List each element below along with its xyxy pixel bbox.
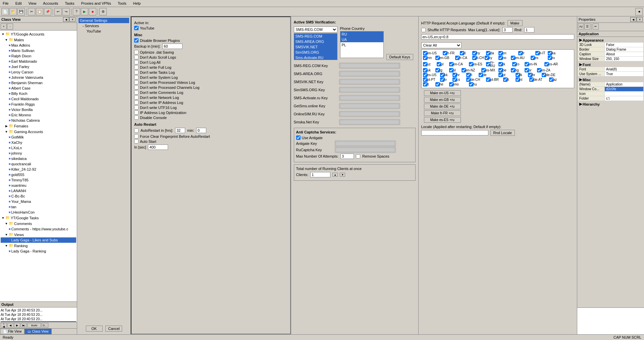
sms-area-key-input[interactable] — [339, 71, 400, 76]
list-item[interactable]: ■Killer_24-12-92 — [1, 167, 76, 172]
paste-btn[interactable]: 📌 — [44, 8, 51, 15]
expand-accounts[interactable]: ▼ — [1, 33, 5, 36]
list-item[interactable]: ■quoctrancali — [1, 161, 76, 167]
lang-en-in-cb[interactable] — [525, 62, 529, 66]
output-prev-btn[interactable]: ◀ — [7, 323, 13, 328]
lang-ky-cb[interactable] — [485, 56, 489, 60]
output-build-btn[interactable]: Build — [28, 323, 41, 328]
list-item[interactable]: ■Johnnie Valenzuela — [1, 75, 76, 80]
lang-fr-ca-cb[interactable] — [455, 56, 460, 60]
lang-en-cb[interactable] — [498, 51, 503, 55]
dont-write-processed-channels-checkbox[interactable] — [134, 85, 139, 90]
list-item[interactable]: ■Joel Farley — [1, 64, 76, 69]
lang-imo-cb[interactable] — [449, 82, 453, 87]
menu-tools[interactable]: Tools — [116, 1, 128, 6]
lang-fi-cb[interactable] — [466, 73, 471, 77]
lang-tg-cb[interactable] — [435, 68, 440, 72]
auto-restart-min-input[interactable] — [196, 128, 206, 133]
props-cat-btn[interactable]: ☰ — [584, 23, 590, 30]
menu-edit[interactable]: Edit — [14, 1, 23, 6]
list-item[interactable]: ■Benjamin Sherman — [1, 80, 76, 86]
lang-lt-cb[interactable] — [503, 77, 507, 82]
dont-write-comments-checkbox[interactable] — [134, 90, 139, 95]
lang-de-de-cb[interactable] — [542, 73, 546, 77]
youtube-checkbox[interactable] — [134, 26, 139, 30]
max-attempts-input[interactable] — [340, 154, 354, 159]
output-first-btn[interactable]: |◀ — [1, 323, 7, 328]
help-btn[interactable]: ? — [73, 8, 80, 15]
list-item[interactable]: ■LHeoHamCon — [1, 210, 76, 215]
lang-lk-cb[interactable] — [516, 73, 520, 77]
list-item-lady-gaga-likes[interactable]: ■Lady Gaga - Likes and Subs — [1, 237, 76, 243]
in-sec-input[interactable] — [148, 145, 168, 150]
lang-en-ca-cb[interactable] — [449, 62, 453, 66]
lang-he-cb[interactable] — [435, 82, 440, 87]
list-item[interactable]: ■Max Adkins — [1, 43, 76, 48]
list-item[interactable]: ■Earl Maldonado — [1, 59, 76, 64]
lang-en-au-cb[interactable] — [511, 56, 515, 60]
phone-item-pl[interactable]: PL — [340, 42, 383, 48]
rucaptcha-key-input[interactable] — [335, 147, 395, 153]
lang-hy-cb[interactable] — [472, 51, 477, 55]
make-en-gb-ru-btn[interactable]: Make en-GB +ru — [424, 97, 461, 103]
tree-root-accounts[interactable]: ▼ 📁 YT/Google Accounts — [1, 31, 76, 37]
output-last-btn[interactable]: ▶| — [21, 323, 27, 328]
lang-it-ch-cb[interactable] — [472, 56, 477, 60]
props-alpha-btn[interactable]: Az — [578, 23, 584, 30]
ok-button[interactable]: OK — [86, 326, 103, 332]
list-item[interactable]: ■Ralph Dixon — [1, 53, 76, 59]
make-fr-fr-ru-btn[interactable]: Make fr-FR +ru — [424, 110, 461, 116]
getsms-key-input[interactable] — [339, 103, 400, 109]
lang-fr-cb[interactable] — [518, 51, 523, 55]
lang-es-ar-cb[interactable] — [544, 62, 549, 66]
force-clear-checkbox[interactable] — [134, 134, 139, 138]
cut-btn[interactable]: ✂ — [28, 8, 35, 15]
tree-folder-gaming[interactable]: ▼ 📁 Gaming Accounts — [1, 129, 76, 134]
expand-views[interactable]: ▼ — [5, 233, 8, 236]
appearance-header[interactable]: ▶ Appearance — [578, 38, 643, 43]
dont-write-network-checkbox[interactable] — [134, 95, 139, 100]
lang-fr-fr-cb[interactable] — [443, 51, 447, 55]
list-item[interactable]: ■sikedaica — [1, 156, 76, 161]
rnd-locale-btn[interactable]: Rnd Locale — [490, 130, 515, 136]
list-item[interactable]: ■LANANH — [1, 188, 76, 193]
clear-all-dropdown[interactable]: Clear All — [421, 42, 462, 48]
list-item[interactable]: ■Mario Sullivan — [1, 48, 76, 53]
lang-it-cb[interactable] — [460, 51, 464, 55]
lang-en-us-cb[interactable] — [423, 51, 427, 55]
lang-de-at-cb[interactable] — [529, 77, 534, 82]
ip-log-optimization-checkbox[interactable] — [134, 110, 139, 115]
sms-dropdown[interactable]: SMS-REG.COM — [294, 26, 337, 33]
shuffle-checkbox[interactable] — [421, 28, 426, 32]
menu-proxies[interactable]: Proxies and VPNs — [80, 1, 112, 6]
phone-country-list[interactable]: RU UA PL — [340, 31, 384, 58]
dont-log-all-checkbox[interactable] — [134, 60, 139, 64]
lang-cs-cb[interactable] — [452, 77, 457, 82]
tree-folder-males[interactable]: ▼ 📁 Males — [1, 37, 76, 43]
expand-comments[interactable]: ▼ — [5, 222, 8, 225]
panel-float-btn[interactable]: ◀ — [63, 17, 69, 22]
copy-btn[interactable]: 📋 — [36, 8, 43, 15]
expand-females[interactable]: ▶ — [5, 124, 8, 128]
expand-tasks[interactable]: ▼ — [1, 216, 5, 220]
lang-mn-cb[interactable] — [423, 56, 427, 60]
sms-reg-key-input[interactable] — [339, 63, 400, 68]
tree-folder-comments[interactable]: ▼ 📁 Comments — [1, 221, 76, 226]
misc-props-header[interactable]: ▶ Misc — [578, 77, 643, 82]
auto-start-checkbox[interactable] — [134, 139, 139, 144]
make-en-us-ru-btn[interactable]: Make en-US +ru — [424, 90, 461, 96]
list-item[interactable]: ■Your_Mama — [1, 199, 76, 204]
lang-sl-cb[interactable] — [449, 68, 453, 72]
expand-gaming[interactable]: ▼ — [5, 130, 8, 133]
optimize-checkbox[interactable] — [134, 50, 139, 54]
lang-ru-cb[interactable] — [548, 56, 552, 60]
remove-spaces-checkbox[interactable] — [356, 154, 360, 159]
lang-bg-cb[interactable] — [511, 68, 515, 72]
save-btn[interactable]: 💾 — [17, 8, 25, 15]
props-edit-btn[interactable]: ✏ — [593, 23, 599, 30]
smska-key-input[interactable] — [339, 119, 400, 125]
dont-scroll-checkbox[interactable] — [134, 55, 139, 59]
open-btn[interactable]: 📂 — [9, 8, 17, 15]
lang-uk-cb[interactable] — [423, 68, 427, 72]
phone-item-ua[interactable]: UA — [340, 37, 383, 42]
